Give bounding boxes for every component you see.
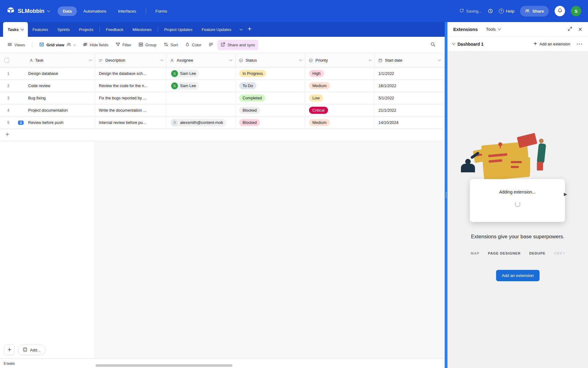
task-cell[interactable]: Bug fixing — [17, 92, 95, 104]
start-date-cell[interactable]: 14/10/2024 — [375, 117, 444, 128]
add-extension-button[interactable]: Add an extension — [496, 270, 539, 281]
tools-menu[interactable]: Tools — [486, 27, 500, 32]
add-sample-data-button[interactable]: Add... — [18, 345, 45, 355]
priority-cell[interactable]: Critical — [305, 104, 375, 116]
row-number-cell[interactable]: 3 — [0, 92, 17, 104]
sort-button[interactable]: Sort — [160, 40, 181, 50]
carousel-item-dedupe[interactable]: DEDUPE — [529, 251, 545, 255]
description-cell[interactable]: Write the documentation ... — [95, 104, 167, 116]
notifications-button[interactable] — [555, 6, 565, 16]
chevron-down-icon[interactable] — [299, 58, 302, 61]
status-cell[interactable]: Blocked — [236, 117, 305, 128]
search-button[interactable] — [430, 42, 435, 48]
description-cell[interactable]: Internal review before pu... — [95, 117, 167, 128]
status-cell[interactable]: Blocked — [236, 104, 305, 116]
column-header-assignee[interactable]: Assignee — [167, 53, 236, 67]
table-row[interactable]: 3Bug fixingFix the bugs reported by ...C… — [0, 92, 445, 104]
start-date-cell[interactable]: 21/1/2022 — [375, 104, 444, 116]
column-header-start-date[interactable]: Start date — [375, 53, 444, 67]
table-row[interactable]: 1Design databaseDesign the database sch.… — [0, 67, 445, 80]
overflow-menu-icon[interactable]: ··· — [577, 41, 583, 47]
add-extension-link[interactable]: Add an extension — [533, 41, 570, 47]
assignee-cell[interactable]: SSam Lee — [167, 67, 236, 79]
carousel-item-page-designer[interactable]: PAGE DESIGNER — [488, 251, 521, 255]
task-cell[interactable]: Design database — [17, 67, 95, 79]
share-sync-button[interactable]: Share and sync — [217, 40, 258, 50]
carousel-item-map[interactable]: MAP — [471, 251, 479, 255]
priority-cell[interactable]: Low — [305, 92, 375, 104]
horizontal-scrollbar[interactable] — [96, 364, 232, 367]
assignee-cell[interactable] — [167, 92, 236, 104]
expand-icon[interactable] — [567, 26, 572, 33]
table-row[interactable]: 4Project documentationWrite the document… — [0, 104, 445, 117]
select-all-cell[interactable] — [0, 53, 17, 67]
top-nav-data[interactable]: Data — [58, 6, 77, 16]
tab-tasks[interactable]: Tasks — [3, 22, 28, 37]
tab-feedback[interactable]: Feedback — [101, 22, 128, 37]
tab-sprints[interactable]: Sprints — [53, 22, 74, 37]
views-button[interactable]: Views — [4, 40, 28, 50]
assignee-cell[interactable]: alexsmith@content-mob — [167, 117, 236, 128]
table-row[interactable]: 2Code reviewReview the code for the n...… — [0, 80, 445, 92]
tab-milestones[interactable]: Milestones — [128, 22, 156, 37]
user-avatar[interactable]: S — [571, 6, 581, 16]
top-nav-automations[interactable]: Automations — [78, 6, 111, 16]
row-number-cell[interactable]: 1 — [0, 67, 17, 79]
group-button[interactable]: Group — [135, 40, 160, 50]
row-number-cell[interactable]: 2 — [0, 80, 17, 92]
top-nav-forms[interactable]: Forms — [150, 6, 172, 16]
color-button[interactable]: Color — [182, 40, 205, 50]
table-row[interactable]: 52Review before pushInternal review befo… — [0, 117, 445, 129]
chevron-down-icon[interactable] — [369, 58, 372, 61]
priority-cell[interactable]: Medium — [305, 117, 375, 128]
history-icon[interactable] — [488, 8, 493, 14]
row-number-cell[interactable]: 4 — [0, 104, 17, 116]
base-switcher[interactable]: SLMobbin — [7, 6, 50, 16]
tab-project-updates[interactable]: Project Updates — [160, 22, 197, 37]
column-header-task[interactable]: A Task — [17, 53, 95, 67]
description-cell[interactable]: Design the database sch... — [95, 67, 167, 79]
status-cell[interactable]: In Progress — [236, 67, 305, 79]
more-tables-chevron-icon[interactable] — [240, 27, 243, 30]
chevron-down-icon[interactable] — [21, 27, 24, 30]
tab-projects[interactable]: Projects — [74, 22, 98, 37]
close-icon[interactable]: × — [578, 26, 582, 33]
tab-feature-updates[interactable]: Feature Updates — [197, 22, 236, 37]
comment-count-badge[interactable]: 2 — [18, 121, 24, 125]
column-header-status[interactable]: Status — [236, 53, 305, 67]
chevron-down-icon[interactable] — [438, 58, 441, 61]
row-height-button[interactable] — [205, 40, 217, 50]
tab-features[interactable]: Features — [28, 22, 53, 37]
status-cell[interactable]: To Do — [236, 80, 305, 92]
filter-button[interactable]: Filter — [112, 40, 134, 50]
chevron-down-icon[interactable] — [89, 58, 92, 61]
panel-resize-handle[interactable] — [445, 22, 447, 368]
start-date-cell[interactable]: 1/1/2022 — [375, 67, 444, 79]
start-date-cell[interactable]: 16/1/2022 — [375, 80, 444, 92]
column-header-description[interactable]: Description — [95, 53, 167, 67]
carousel-next-icon[interactable]: ▸ — [564, 190, 567, 198]
description-cell[interactable]: Review the code for the n... — [95, 80, 167, 92]
help-button[interactable]: ? Help — [499, 9, 514, 13]
priority-cell[interactable]: Medium — [305, 80, 375, 92]
task-cell[interactable]: Project documentation — [17, 104, 95, 116]
chevron-down-icon[interactable] — [229, 58, 232, 61]
chevron-down-icon[interactable] — [160, 58, 164, 61]
add-record-button[interactable] — [4, 345, 15, 355]
task-cell[interactable]: Code review — [17, 80, 95, 92]
hide-fields-button[interactable]: Hide fields — [80, 40, 111, 50]
share-button[interactable]: Share — [520, 6, 549, 17]
assignee-cell[interactable]: SSam Lee — [167, 80, 236, 92]
add-row[interactable] — [0, 129, 445, 141]
carousel-item-csv-i[interactable]: CSV I — [554, 251, 565, 255]
task-cell[interactable]: 2Review before push — [17, 117, 95, 128]
row-number-cell[interactable]: 5 — [0, 117, 17, 128]
column-header-priority[interactable]: Priority — [305, 53, 375, 67]
description-cell[interactable]: Fix the bugs reported by ... — [95, 92, 167, 104]
start-date-cell[interactable]: 5/1/2022 — [375, 92, 444, 104]
checkbox-icon[interactable] — [5, 58, 9, 63]
grid-view-button[interactable]: Grid view — [36, 40, 79, 50]
priority-cell[interactable]: High — [305, 67, 375, 79]
status-cell[interactable]: Completed — [236, 92, 305, 104]
add-table-button[interactable] — [247, 26, 252, 33]
